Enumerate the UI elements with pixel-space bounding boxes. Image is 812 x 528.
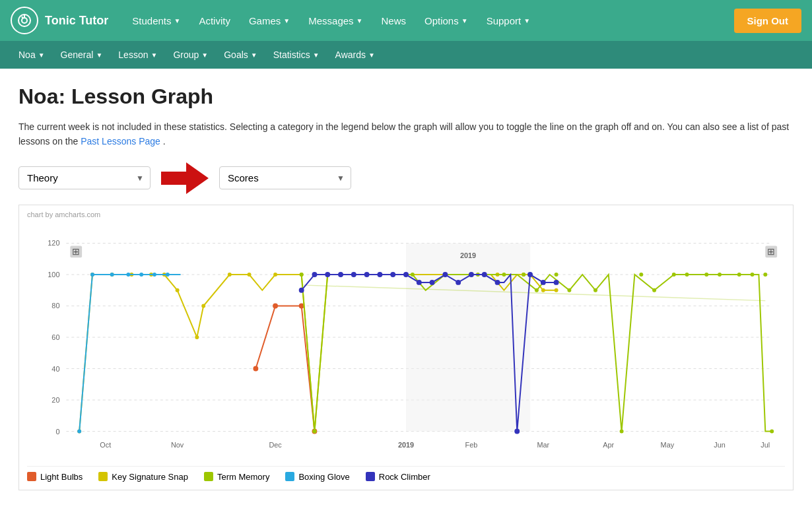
subnav-lesson[interactable]: Lesson ▼ bbox=[110, 46, 165, 64]
svg-text:Apr: Apr bbox=[603, 441, 614, 449]
page-title: Noa: Lesson Graph bbox=[18, 84, 794, 109]
svg-point-89 bbox=[152, 273, 156, 277]
legend-key-signature-snap[interactable]: Key Signature Snap bbox=[98, 472, 188, 482]
svg-point-57 bbox=[555, 288, 558, 292]
svg-point-90 bbox=[166, 273, 170, 277]
svg-point-105 bbox=[482, 272, 487, 277]
svg-point-108 bbox=[527, 272, 533, 277]
svg-point-104 bbox=[469, 272, 474, 277]
svg-text:Jun: Jun bbox=[714, 441, 726, 449]
category-select[interactable]: Theory Ear Training Sight Reading bbox=[18, 166, 151, 189]
svg-point-75 bbox=[652, 288, 656, 292]
app-title: Tonic Tutor bbox=[45, 14, 108, 28]
svg-text:100: 100 bbox=[48, 271, 59, 279]
svg-point-109 bbox=[541, 280, 546, 285]
filter-row: Theory Ear Training Sight Reading ▼ Scor… bbox=[18, 162, 794, 194]
top-navigation: Tonic Tutor Students ▼ Activity Games ▼ … bbox=[0, 0, 812, 41]
svg-point-59 bbox=[300, 273, 304, 277]
svg-text:Nov: Nov bbox=[171, 441, 184, 449]
svg-point-107 bbox=[514, 428, 520, 434]
subnav-group[interactable]: Group ▼ bbox=[165, 46, 216, 64]
svg-point-102 bbox=[442, 272, 448, 277]
legend-rock-climber[interactable]: Rock Climber bbox=[366, 472, 430, 482]
svg-point-69 bbox=[535, 288, 539, 292]
svg-point-72 bbox=[593, 288, 597, 292]
legend-dot-light-bulbs bbox=[27, 472, 36, 481]
svg-point-81 bbox=[751, 273, 755, 277]
legend-boxing-glove[interactable]: Boxing Glove bbox=[285, 472, 349, 482]
svg-point-106 bbox=[495, 280, 500, 285]
games-dropdown-icon: ▼ bbox=[283, 17, 290, 24]
nav-messages[interactable]: Messages ▼ bbox=[300, 10, 370, 32]
svg-point-85 bbox=[90, 273, 94, 277]
subnav-goals[interactable]: Goals ▼ bbox=[216, 46, 265, 64]
legend-dot-term-memory bbox=[204, 472, 213, 481]
lesson-dropdown-icon: ▼ bbox=[151, 51, 157, 59]
svg-point-41 bbox=[176, 288, 180, 292]
svg-point-46 bbox=[273, 273, 277, 277]
svg-point-88 bbox=[139, 273, 143, 277]
legend-term-memory[interactable]: Term Memory bbox=[204, 472, 269, 482]
nav-options[interactable]: Options ▼ bbox=[417, 10, 476, 32]
svg-text:May: May bbox=[661, 441, 675, 449]
logo-icon bbox=[11, 7, 38, 34]
svg-text:2019: 2019 bbox=[460, 251, 476, 259]
svg-point-79 bbox=[718, 273, 722, 277]
nav-students[interactable]: Students ▼ bbox=[124, 10, 188, 32]
svg-point-56 bbox=[541, 288, 545, 292]
svg-line-3 bbox=[22, 16, 23, 18]
big-red-arrow bbox=[161, 162, 209, 194]
category-select-wrapper: Theory Ear Training Sight Reading ▼ bbox=[18, 166, 151, 189]
subnav-general[interactable]: General ▼ bbox=[53, 46, 111, 64]
svg-point-68 bbox=[522, 273, 525, 277]
legend-dot-rock-climber bbox=[366, 472, 375, 481]
svg-point-110 bbox=[554, 280, 559, 285]
subnav-statistics[interactable]: Statistics ▼ bbox=[265, 46, 327, 64]
line-chart: .grid-line { stroke: #ddd; stroke-dashar… bbox=[27, 221, 785, 459]
subnav-awards[interactable]: Awards ▼ bbox=[327, 46, 383, 64]
svg-text:⊞: ⊞ bbox=[767, 246, 775, 257]
svg-point-84 bbox=[77, 429, 81, 433]
nav-support[interactable]: Support ▼ bbox=[479, 10, 538, 32]
nav-activity[interactable]: Activity bbox=[191, 10, 238, 32]
legend-dot-boxing-glove bbox=[285, 472, 294, 481]
svg-text:Feb: Feb bbox=[465, 441, 478, 449]
svg-text:2019: 2019 bbox=[398, 441, 414, 449]
svg-point-101 bbox=[430, 280, 435, 285]
svg-point-43 bbox=[201, 304, 205, 308]
svg-point-80 bbox=[737, 273, 741, 277]
svg-point-92 bbox=[312, 272, 317, 277]
nav-news[interactable]: News bbox=[374, 10, 415, 32]
nav-games[interactable]: Games ▼ bbox=[241, 10, 298, 32]
chart-legend: Light Bulbs Key Signature Snap Term Memo… bbox=[27, 466, 785, 482]
support-dropdown-icon: ▼ bbox=[524, 17, 530, 24]
svg-point-44 bbox=[228, 273, 232, 277]
svg-text:0: 0 bbox=[55, 427, 59, 435]
score-select-wrapper: Scores Time Attempts ▼ bbox=[219, 166, 351, 189]
svg-point-82 bbox=[763, 273, 767, 277]
statistics-dropdown-icon: ▼ bbox=[313, 51, 320, 59]
logo[interactable]: Tonic Tutor bbox=[11, 7, 108, 34]
svg-point-97 bbox=[377, 272, 382, 277]
svg-point-64 bbox=[411, 273, 415, 277]
svg-point-100 bbox=[417, 280, 422, 285]
svg-point-70 bbox=[555, 273, 558, 277]
svg-point-71 bbox=[567, 288, 571, 292]
svg-point-42 bbox=[195, 335, 199, 339]
legend-dot-key-signature-snap bbox=[98, 472, 108, 481]
chart-credit: chart by amcharts.com bbox=[27, 211, 785, 218]
legend-light-bulbs[interactable]: Light Bulbs bbox=[27, 472, 83, 482]
svg-point-31 bbox=[253, 366, 258, 371]
svg-point-98 bbox=[390, 272, 395, 277]
top-nav-items: Students ▼ Activity Games ▼ Messages ▼ N… bbox=[124, 10, 733, 32]
subnav-noa[interactable]: Noa ▼ bbox=[11, 46, 53, 64]
arrow-icon bbox=[161, 162, 209, 194]
svg-text:Jul: Jul bbox=[761, 441, 770, 449]
sign-out-button[interactable]: Sign Out bbox=[734, 9, 802, 33]
svg-point-87 bbox=[126, 273, 130, 277]
score-select[interactable]: Scores Time Attempts bbox=[219, 166, 351, 189]
svg-point-45 bbox=[248, 273, 252, 277]
past-lessons-link[interactable]: Past Lessons Page bbox=[81, 136, 160, 147]
svg-text:120: 120 bbox=[48, 239, 59, 247]
svg-rect-19 bbox=[406, 243, 530, 431]
